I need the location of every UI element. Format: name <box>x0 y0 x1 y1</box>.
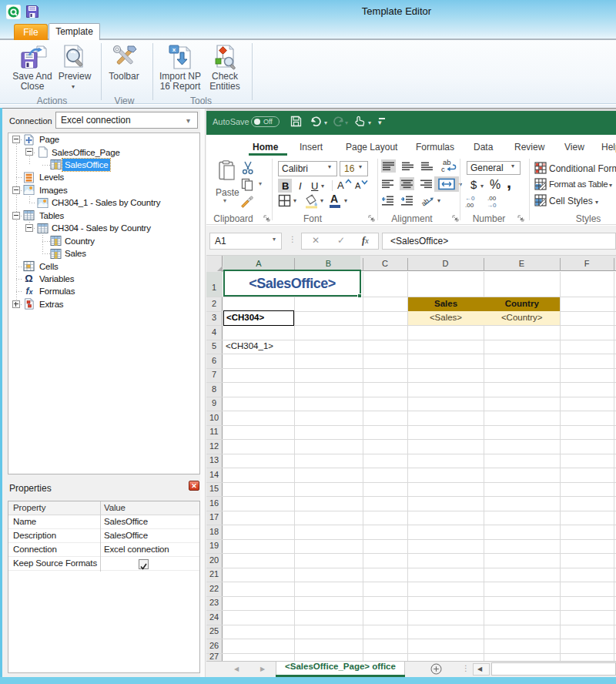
svg-text:x: x <box>172 46 176 53</box>
svg-text:←0: ←0 <box>465 195 475 202</box>
svg-text:c: c <box>441 165 445 173</box>
svg-text:→0: →0 <box>487 202 497 208</box>
svg-text:.00: .00 <box>487 195 497 202</box>
svg-text:.00: .00 <box>465 202 474 208</box>
